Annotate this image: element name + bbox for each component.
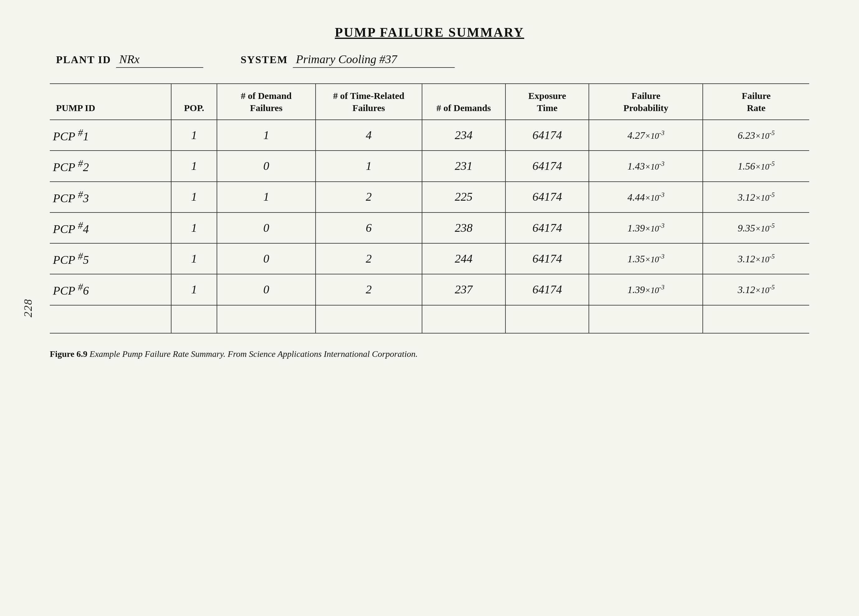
col-failure-prob: FailureProbability [589,84,703,120]
table-cell: 1.39×10-3 [589,274,703,305]
table-header-row: PUMP ID POP. # of DemandFailures # of Ti… [50,84,809,120]
table-row: PCP #4106238641741.39×10-39.35×10-5 [50,212,809,243]
table-cell: PCP #2 [50,151,171,181]
table-cell: 64174 [506,182,589,212]
table-cell: 6 [315,212,422,243]
table-cell: 1 [171,274,217,305]
table-cell: 234 [422,120,506,151]
main-title: PUMP FAILURE SUMMARY [335,25,524,39]
table-cell: 1 [171,243,217,274]
col-pump-id: PUMP ID [50,84,171,120]
table-row [50,305,809,333]
table-cell: PCP #4 [50,212,171,243]
table-row: PCP #2101231641741.43×10-31.56×10-5 [50,151,809,181]
table-cell: 4.27×10-3 [589,120,703,151]
table-cell: PCP #6 [50,274,171,305]
page: 228 PUMP FAILURE SUMMARY PLANT ID NRx SY… [0,0,859,616]
table-cell: 1 [217,120,315,151]
table-cell: 1 [171,182,217,212]
table-cell: 0 [217,274,315,305]
table-cell: 0 [217,243,315,274]
table-cell: 0 [217,151,315,181]
col-demands: # of Demands [422,84,506,120]
table-cell: 4 [315,120,422,151]
table-cell: PCP #1 [50,120,171,151]
table-cell: 64174 [506,212,589,243]
table-cell: 9.35×10-5 [703,212,809,243]
table-row: PCP #6102237641741.39×10-33.12×10-5 [50,274,809,305]
table-cell: PCP #3 [50,182,171,212]
table-body: PCP #1114234641744.27×10-36.23×10-5PCP #… [50,120,809,333]
table-cell: 1 [171,120,217,151]
table-cell: 1 [171,151,217,181]
table-cell [703,305,809,333]
table-cell [171,305,217,333]
table-cell: 1 [315,151,422,181]
table-cell [422,305,506,333]
table-cell: 3.12×10-5 [703,274,809,305]
table-cell: PCP #5 [50,243,171,274]
figure-caption: Figure 6.9 Example Pump Failure Rate Sum… [37,349,822,359]
figure-number: Figure 6.9 [50,349,87,359]
system-value: Primary Cooling #37 [293,52,455,68]
pump-failure-table: PUMP ID POP. # of DemandFailures # of Ti… [50,83,809,334]
table-cell: 64174 [506,274,589,305]
table-cell: 244 [422,243,506,274]
table-cell: 64174 [506,151,589,181]
table-row: PCP #3112225641744.44×10-33.12×10-5 [50,182,809,212]
table-cell: 1.43×10-3 [589,151,703,181]
table-cell: 2 [315,243,422,274]
plant-system-row: PLANT ID NRx SYSTEM Primary Cooling #37 [37,52,822,68]
table-cell [589,305,703,333]
table-cell: 6.23×10-5 [703,120,809,151]
table-cell: 1.56×10-5 [703,151,809,181]
table-container: PUMP ID POP. # of DemandFailures # of Ti… [50,83,809,334]
plant-id-group: PLANT ID NRx [56,52,203,68]
table-row: PCP #5102244641741.35×10-33.12×10-5 [50,243,809,274]
table-cell: 64174 [506,120,589,151]
caption-text: Example Pump Failure Rate Summary. From … [90,349,418,359]
table-cell [506,305,589,333]
table-cell: 4.44×10-3 [589,182,703,212]
plant-label: PLANT ID [56,54,111,65]
table-cell: 3.12×10-5 [703,182,809,212]
table-cell [217,305,315,333]
col-pop: POP. [171,84,217,120]
col-exposure: ExposureTime [506,84,589,120]
table-row: PCP #1114234641744.27×10-36.23×10-5 [50,120,809,151]
system-group: SYSTEM Primary Cooling #37 [241,52,455,68]
system-label: SYSTEM [241,54,288,65]
col-failure-rate: FailureRate [703,84,809,120]
table-cell: 231 [422,151,506,181]
table-cell: 237 [422,274,506,305]
table-cell: 225 [422,182,506,212]
table-cell: 3.12×10-5 [703,243,809,274]
table-cell [50,305,171,333]
table-cell: 1 [217,182,315,212]
table-cell: 238 [422,212,506,243]
table-cell: 0 [217,212,315,243]
table-cell: 1.35×10-3 [589,243,703,274]
table-cell: 2 [315,182,422,212]
plant-value: NRx [116,52,203,68]
table-cell: 2 [315,274,422,305]
table-cell: 64174 [506,243,589,274]
table-cell: 1 [171,212,217,243]
table-cell [315,305,422,333]
title-section: PUMP FAILURE SUMMARY [37,25,822,40]
col-time-failures: # of Time-RelatedFailures [315,84,422,120]
col-demand-failures: # of DemandFailures [217,84,315,120]
page-number: 228 [22,299,34,317]
table-cell: 1.39×10-3 [589,212,703,243]
